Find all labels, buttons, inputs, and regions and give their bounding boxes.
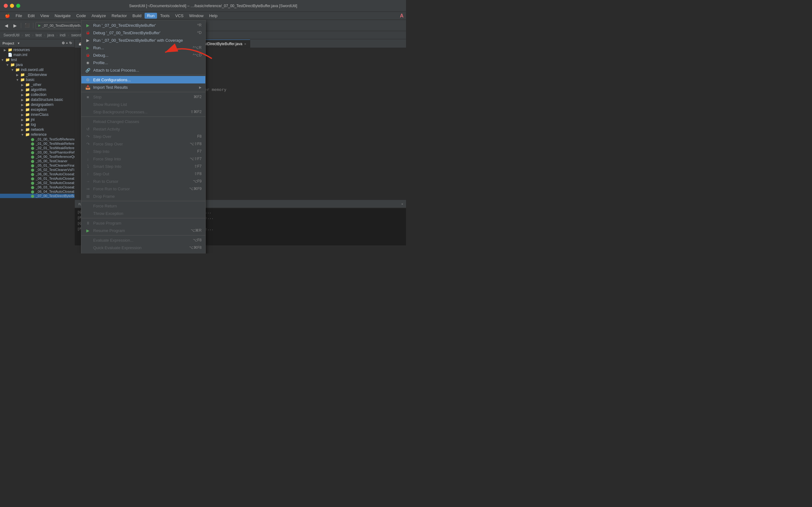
menu-item-run-dots[interactable]: ▶ Run... ^⌥R (81, 44, 205, 51)
run-dots-icon: ▶ (85, 45, 91, 50)
coverage-icon: ▶ (85, 37, 91, 43)
submenu-arrow: ▶ (199, 86, 202, 89)
resume-icon: ▶ (85, 228, 91, 233)
restart-icon: ↺ (85, 126, 91, 132)
menu-item-profile[interactable]: ◉ Profile... (81, 59, 205, 66)
stop-bg-icon (85, 109, 91, 115)
menu-item-eval-expr: Evaluate Expression... ⌥F8 (81, 236, 205, 244)
menu-item-smart-step-into: ⤵ Smart Step Into ⇧F7 (81, 163, 205, 170)
menu-item-reload-classes: Reload Changed Classes (81, 118, 205, 125)
menu-item-stop: ■ Stop ⌘F2 (81, 93, 205, 101)
drop-frame-icon: ⊠ (85, 193, 91, 199)
sep-5 (81, 218, 205, 218)
sep-6 (81, 235, 205, 235)
menu-item-throw-exception: Throw Exception (81, 210, 205, 217)
menu-item-resume: ▶ Resume Program ⌥⌘R (81, 227, 205, 234)
eval-icon (85, 237, 91, 243)
menu-item-force-return: Force Return (81, 202, 205, 210)
smart-step-icon: ⤵ (85, 164, 91, 169)
menu-item-restart-activity: ↺ Restart Activity (81, 125, 205, 133)
gear-config-icon: ⚙ (85, 77, 91, 82)
profile-icon: ◉ (85, 60, 91, 65)
run-icon: ▶ (85, 22, 91, 28)
menu-item-show-exec-point: ◎ Show Execution Point ⌥F10 (81, 251, 205, 253)
menu-item-run-coverage[interactable]: ▶ Run '_07_00_TestDirectByteBuffer' with… (81, 37, 205, 44)
menu-item-debug-dots[interactable]: 🐞 Debug... ^⌥D (81, 51, 205, 59)
sep-3 (81, 116, 205, 117)
menu-item-force-step-into: ↓ Force Step Into ⌥⇧F7 (81, 155, 205, 163)
pause-icon: ⏸ (85, 220, 91, 226)
menu-item-import-results[interactable]: 📥 Import Test Results ▶ (81, 83, 205, 91)
menu-item-quick-eval: Quick Evaluate Expression ⌥⌘F8 (81, 244, 205, 251)
menu-item-show-running: Show Running List (81, 101, 205, 108)
step-out-icon: ↑ (85, 171, 91, 177)
menu-item-run-config[interactable]: ▶ Run '_07_00_TestDirectByteBuffer' ^R (81, 21, 205, 29)
sep-4 (81, 201, 205, 201)
reload-icon (85, 119, 91, 124)
step-into-icon: ↓ (85, 149, 91, 154)
dropdown-overlay[interactable]: ▶ Run '_07_00_TestDirectByteBuffer' ^R 🐞… (0, 0, 406, 253)
menu-item-step-out: ↑ Step Out ⇧F8 (81, 170, 205, 177)
menu-item-drop-frame: ⊠ Drop Frame (81, 192, 205, 200)
menu-item-debug-config[interactable]: 🐞 Debug '_07_00_TestDirectByteBuffer' ^D (81, 29, 205, 37)
menu-item-pause: ⏸ Pause Program (81, 219, 205, 227)
run-menu: ▶ Run '_07_00_TestDirectByteBuffer' ^R 🐞… (81, 20, 206, 253)
force-return-icon (85, 203, 91, 209)
menu-item-step-over: ↷ Step Over F8 (81, 133, 205, 140)
exec-point-icon: ◎ (85, 252, 91, 253)
menu-item-run-to-cursor: → Run to Cursor ⌥F9 (81, 177, 205, 185)
throw-icon (85, 211, 91, 216)
menu-item-attach[interactable]: 🔗 Attach to Local Process... (81, 66, 205, 74)
menu-item-force-run-cursor: ⇒ Force Run to Cursor ⌥⌘F9 (81, 185, 205, 192)
sep-1 (81, 75, 205, 75)
list-icon (85, 102, 91, 107)
stop-icon: ■ (85, 94, 91, 100)
menu-item-edit-config[interactable]: ⚙ Edit Configurations... (81, 76, 205, 83)
debug-dots-icon: 🐞 (85, 52, 91, 58)
menu-item-force-step-over: ↷ Force Step Over ⌥⇧F8 (81, 140, 205, 148)
force-cursor-icon: ⇒ (85, 186, 91, 191)
step-over-icon: ↷ (85, 133, 91, 139)
quick-eval-icon (85, 245, 91, 250)
run-cursor-icon: → (85, 178, 91, 184)
menu-item-stop-background: Stop Background Processes... ⇧⌘F2 (81, 108, 205, 116)
menu-item-step-into: ↓ Step Into F7 (81, 148, 205, 155)
import-icon: 📥 (85, 84, 91, 90)
sep-2 (81, 92, 205, 92)
force-step-into-icon: ↓ (85, 156, 91, 162)
force-step-over-icon: ↷ (85, 141, 91, 147)
debug-icon: 🐞 (85, 30, 91, 36)
attach-icon: 🔗 (85, 67, 91, 73)
